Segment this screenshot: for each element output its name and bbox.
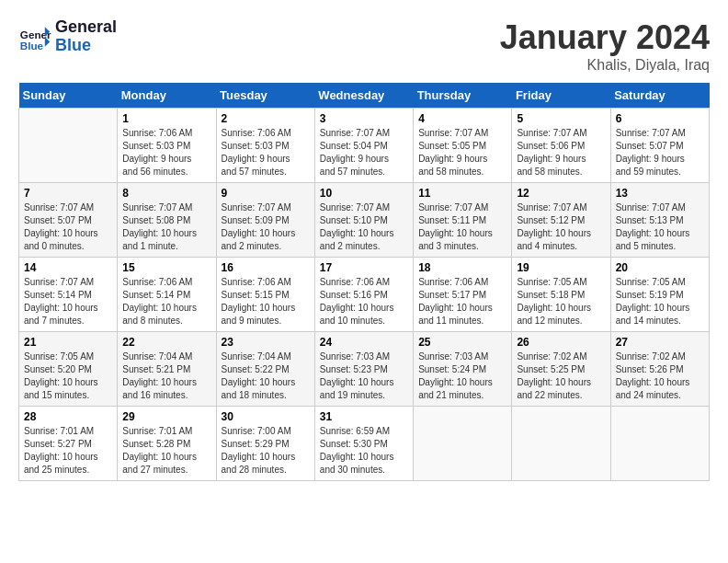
day-info: Sunrise: 7:06 AM Sunset: 5:03 PM Dayligh… — [222, 127, 310, 178]
day-number: 9 — [222, 187, 310, 200]
day-info: Sunrise: 7:07 AM Sunset: 5:14 PM Dayligh… — [24, 276, 112, 327]
day-number: 28 — [24, 410, 112, 423]
svg-text:Blue: Blue — [20, 39, 44, 51]
calendar-cell: 30Sunrise: 7:00 AM Sunset: 5:29 PM Dayli… — [216, 407, 314, 481]
calendar-cell: 13Sunrise: 7:07 AM Sunset: 5:13 PM Dayli… — [610, 183, 709, 258]
day-number: 13 — [616, 187, 704, 200]
calendar-cell: 11Sunrise: 7:07 AM Sunset: 5:11 PM Dayli… — [414, 183, 512, 258]
calendar-cell: 23Sunrise: 7:04 AM Sunset: 5:22 PM Dayli… — [216, 332, 314, 407]
logo-general: General — [55, 17, 117, 36]
day-number: 5 — [517, 112, 605, 125]
day-number: 21 — [24, 336, 112, 349]
day-number: 6 — [616, 112, 704, 125]
calendar-cell: 14Sunrise: 7:07 AM Sunset: 5:14 PM Dayli… — [19, 258, 118, 332]
day-info: Sunrise: 7:07 AM Sunset: 5:07 PM Dayligh… — [24, 201, 112, 253]
calendar-cell: 3Sunrise: 7:07 AM Sunset: 5:04 PM Daylig… — [314, 109, 413, 183]
day-number: 23 — [222, 336, 310, 349]
calendar-cell: 18Sunrise: 7:06 AM Sunset: 5:17 PM Dayli… — [414, 258, 512, 332]
day-number: 22 — [122, 336, 210, 349]
calendar-cell: 15Sunrise: 7:06 AM Sunset: 5:14 PM Dayli… — [118, 258, 216, 332]
day-info: Sunrise: 7:02 AM Sunset: 5:26 PM Dayligh… — [616, 350, 704, 402]
calendar-cell: 2Sunrise: 7:06 AM Sunset: 5:03 PM Daylig… — [216, 109, 314, 183]
day-info: Sunrise: 7:07 AM Sunset: 5:07 PM Dayligh… — [616, 127, 704, 178]
calendar-cell: 7Sunrise: 7:07 AM Sunset: 5:07 PM Daylig… — [19, 183, 118, 258]
day-number: 14 — [24, 261, 112, 274]
calendar-cell: 9Sunrise: 7:07 AM Sunset: 5:09 PM Daylig… — [216, 183, 314, 258]
calendar-cell: 1Sunrise: 7:06 AM Sunset: 5:03 PM Daylig… — [118, 109, 216, 183]
day-info: Sunrise: 7:03 AM Sunset: 5:23 PM Dayligh… — [320, 350, 408, 402]
day-number: 8 — [122, 187, 210, 200]
day-number: 12 — [517, 187, 605, 200]
calendar-cell: 5Sunrise: 7:07 AM Sunset: 5:06 PM Daylig… — [512, 109, 610, 183]
calendar-cell — [610, 407, 709, 481]
day-info: Sunrise: 7:06 AM Sunset: 5:17 PM Dayligh… — [418, 276, 506, 327]
day-number: 2 — [222, 112, 310, 125]
day-info: Sunrise: 7:06 AM Sunset: 5:14 PM Dayligh… — [122, 276, 210, 327]
day-number: 11 — [418, 187, 506, 200]
day-number: 16 — [222, 261, 310, 274]
col-header-wednesday: Wednesday — [314, 83, 413, 109]
day-info: Sunrise: 7:07 AM Sunset: 5:11 PM Dayligh… — [418, 201, 506, 253]
calendar-cell: 17Sunrise: 7:06 AM Sunset: 5:16 PM Dayli… — [314, 258, 413, 332]
title-block: January 2024 Khalis, Diyala, Iraq — [500, 18, 710, 74]
day-number: 30 — [222, 410, 310, 423]
month-title: January 2024 — [500, 18, 710, 57]
calendar-table: SundayMondayTuesdayWednesdayThursdayFrid… — [18, 83, 710, 481]
day-info: Sunrise: 7:07 AM Sunset: 5:08 PM Dayligh… — [122, 201, 210, 253]
calendar-cell: 16Sunrise: 7:06 AM Sunset: 5:15 PM Dayli… — [216, 258, 314, 332]
calendar-cell: 12Sunrise: 7:07 AM Sunset: 5:12 PM Dayli… — [512, 183, 610, 258]
day-number: 24 — [320, 336, 408, 349]
location: Khalis, Diyala, Iraq — [500, 57, 710, 74]
calendar-cell: 22Sunrise: 7:04 AM Sunset: 5:21 PM Dayli… — [118, 332, 216, 407]
col-header-sunday: Sunday — [19, 83, 118, 109]
calendar-cell: 8Sunrise: 7:07 AM Sunset: 5:08 PM Daylig… — [118, 183, 216, 258]
calendar-cell: 20Sunrise: 7:05 AM Sunset: 5:19 PM Dayli… — [610, 258, 709, 332]
calendar-cell — [512, 407, 610, 481]
logo-blue: Blue — [55, 37, 117, 55]
calendar-cell — [414, 407, 512, 481]
calendar-cell: 24Sunrise: 7:03 AM Sunset: 5:23 PM Dayli… — [314, 332, 413, 407]
col-header-saturday: Saturday — [610, 83, 709, 109]
day-info: Sunrise: 7:00 AM Sunset: 5:29 PM Dayligh… — [222, 425, 310, 477]
day-info: Sunrise: 7:05 AM Sunset: 5:20 PM Dayligh… — [24, 350, 112, 402]
day-info: Sunrise: 7:06 AM Sunset: 5:03 PM Dayligh… — [122, 127, 210, 178]
col-header-friday: Friday — [512, 83, 610, 109]
day-info: Sunrise: 7:07 AM Sunset: 5:04 PM Dayligh… — [320, 127, 408, 178]
day-info: Sunrise: 7:01 AM Sunset: 5:27 PM Dayligh… — [24, 425, 112, 477]
day-number: 20 — [616, 261, 704, 274]
day-number: 19 — [517, 261, 605, 274]
logo: General Blue General Blue — [18, 18, 117, 55]
day-number: 25 — [418, 336, 506, 349]
calendar-cell: 26Sunrise: 7:02 AM Sunset: 5:25 PM Dayli… — [512, 332, 610, 407]
day-info: Sunrise: 7:01 AM Sunset: 5:28 PM Dayligh… — [122, 425, 210, 477]
day-info: Sunrise: 7:05 AM Sunset: 5:19 PM Dayligh… — [616, 276, 704, 327]
day-info: Sunrise: 7:03 AM Sunset: 5:24 PM Dayligh… — [418, 350, 506, 402]
day-number: 17 — [320, 261, 408, 274]
page-header: General Blue General Blue January 2024 K… — [18, 18, 710, 74]
calendar-cell: 31Sunrise: 6:59 AM Sunset: 5:30 PM Dayli… — [314, 407, 413, 481]
calendar-cell: 27Sunrise: 7:02 AM Sunset: 5:26 PM Dayli… — [610, 332, 709, 407]
calendar-cell: 19Sunrise: 7:05 AM Sunset: 5:18 PM Dayli… — [512, 258, 610, 332]
day-info: Sunrise: 7:07 AM Sunset: 5:06 PM Dayligh… — [517, 127, 605, 178]
day-info: Sunrise: 7:02 AM Sunset: 5:25 PM Dayligh… — [517, 350, 605, 402]
calendar-cell: 10Sunrise: 7:07 AM Sunset: 5:10 PM Dayli… — [314, 183, 413, 258]
calendar-cell: 6Sunrise: 7:07 AM Sunset: 5:07 PM Daylig… — [610, 109, 709, 183]
day-info: Sunrise: 7:07 AM Sunset: 5:13 PM Dayligh… — [616, 201, 704, 253]
day-info: Sunrise: 7:07 AM Sunset: 5:05 PM Dayligh… — [418, 127, 506, 178]
calendar-cell: 29Sunrise: 7:01 AM Sunset: 5:28 PM Dayli… — [118, 407, 216, 481]
day-info: Sunrise: 7:06 AM Sunset: 5:15 PM Dayligh… — [222, 276, 310, 327]
calendar-cell — [19, 109, 118, 183]
col-header-tuesday: Tuesday — [216, 83, 314, 109]
day-number: 15 — [122, 261, 210, 274]
logo-icon: General Blue — [18, 20, 51, 53]
calendar-cell: 28Sunrise: 7:01 AM Sunset: 5:27 PM Dayli… — [19, 407, 118, 481]
day-number: 1 — [122, 112, 210, 125]
day-number: 26 — [517, 336, 605, 349]
day-info: Sunrise: 7:07 AM Sunset: 5:09 PM Dayligh… — [222, 201, 310, 253]
day-number: 27 — [616, 336, 704, 349]
day-number: 7 — [24, 187, 112, 200]
col-header-monday: Monday — [118, 83, 216, 109]
day-number: 4 — [418, 112, 506, 125]
day-number: 29 — [122, 410, 210, 423]
calendar-cell: 25Sunrise: 7:03 AM Sunset: 5:24 PM Dayli… — [414, 332, 512, 407]
